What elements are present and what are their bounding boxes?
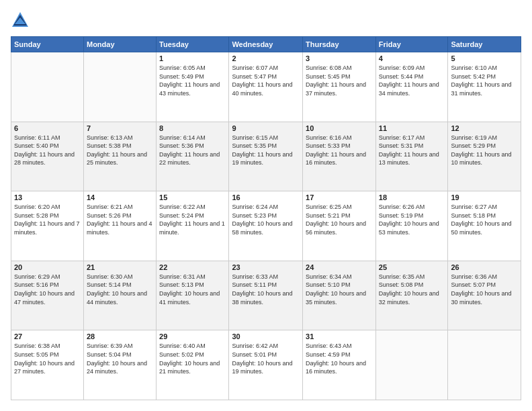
day-number: 7	[87, 124, 153, 132]
weekday-header-wednesday: Wednesday	[229, 37, 303, 52]
day-info: Sunrise: 6:11 AM Sunset: 5:40 PM Dayligh…	[14, 134, 81, 167]
day-number: 16	[232, 193, 300, 201]
day-info: Sunrise: 6:39 AM Sunset: 5:04 PM Dayligh…	[87, 342, 153, 375]
day-number: 13	[14, 193, 81, 201]
day-info: Sunrise: 6:42 AM Sunset: 5:01 PM Dayligh…	[232, 342, 300, 375]
day-info: Sunrise: 6:29 AM Sunset: 5:16 PM Dayligh…	[14, 273, 81, 306]
calendar-cell: 17Sunrise: 6:25 AM Sunset: 5:21 PM Dayli…	[303, 191, 376, 261]
day-number: 4	[379, 54, 445, 62]
day-info: Sunrise: 6:27 AM Sunset: 5:18 PM Dayligh…	[451, 203, 518, 236]
calendar-cell	[83, 52, 156, 122]
weekday-header-sunday: Sunday	[11, 37, 84, 52]
calendar-cell: 2Sunrise: 6:07 AM Sunset: 5:47 PM Daylig…	[229, 52, 303, 122]
day-info: Sunrise: 6:34 AM Sunset: 5:10 PM Dayligh…	[306, 273, 373, 306]
day-info: Sunrise: 6:20 AM Sunset: 5:28 PM Dayligh…	[14, 203, 81, 236]
day-number: 14	[87, 193, 153, 201]
day-info: Sunrise: 6:24 AM Sunset: 5:23 PM Dayligh…	[232, 203, 300, 236]
day-info: Sunrise: 6:21 AM Sunset: 5:26 PM Dayligh…	[87, 203, 153, 236]
calendar-cell: 28Sunrise: 6:39 AM Sunset: 5:04 PM Dayli…	[83, 330, 156, 400]
calendar-cell: 7Sunrise: 6:13 AM Sunset: 5:38 PM Daylig…	[83, 122, 156, 191]
day-number: 1	[159, 54, 226, 62]
week-row-3: 13Sunrise: 6:20 AM Sunset: 5:28 PM Dayli…	[11, 191, 521, 261]
day-number: 27	[14, 332, 81, 340]
calendar-cell: 19Sunrise: 6:27 AM Sunset: 5:18 PM Dayli…	[448, 191, 521, 261]
day-info: Sunrise: 6:40 AM Sunset: 5:02 PM Dayligh…	[159, 342, 226, 375]
calendar-cell: 18Sunrise: 6:26 AM Sunset: 5:19 PM Dayli…	[375, 191, 448, 261]
day-number: 6	[14, 124, 81, 132]
day-info: Sunrise: 6:38 AM Sunset: 5:05 PM Dayligh…	[14, 342, 81, 375]
week-row-2: 6Sunrise: 6:11 AM Sunset: 5:40 PM Daylig…	[11, 122, 521, 191]
calendar-cell: 29Sunrise: 6:40 AM Sunset: 5:02 PM Dayli…	[157, 330, 229, 400]
calendar-cell: 24Sunrise: 6:34 AM Sunset: 5:10 PM Dayli…	[303, 261, 376, 330]
day-number: 10	[306, 124, 373, 132]
day-info: Sunrise: 6:14 AM Sunset: 5:36 PM Dayligh…	[159, 134, 226, 167]
calendar-cell: 6Sunrise: 6:11 AM Sunset: 5:40 PM Daylig…	[11, 122, 84, 191]
day-info: Sunrise: 6:31 AM Sunset: 5:13 PM Dayligh…	[159, 273, 226, 306]
day-number: 22	[159, 263, 226, 271]
weekday-header-friday: Friday	[375, 37, 448, 52]
calendar-cell: 13Sunrise: 6:20 AM Sunset: 5:28 PM Dayli…	[11, 191, 84, 261]
header	[11, 11, 521, 30]
calendar-cell: 26Sunrise: 6:36 AM Sunset: 5:07 PM Dayli…	[448, 261, 521, 330]
calendar-cell: 8Sunrise: 6:14 AM Sunset: 5:36 PM Daylig…	[157, 122, 229, 191]
week-row-5: 27Sunrise: 6:38 AM Sunset: 5:05 PM Dayli…	[11, 330, 521, 400]
calendar-cell: 31Sunrise: 6:43 AM Sunset: 4:59 PM Dayli…	[303, 330, 376, 400]
calendar-cell	[448, 330, 521, 400]
day-number: 2	[232, 54, 300, 62]
day-number: 8	[159, 124, 226, 132]
day-info: Sunrise: 6:13 AM Sunset: 5:38 PM Dayligh…	[87, 134, 153, 167]
week-row-4: 20Sunrise: 6:29 AM Sunset: 5:16 PM Dayli…	[11, 261, 521, 330]
day-info: Sunrise: 6:33 AM Sunset: 5:11 PM Dayligh…	[232, 273, 300, 306]
calendar-cell: 30Sunrise: 6:42 AM Sunset: 5:01 PM Dayli…	[229, 330, 303, 400]
day-number: 19	[451, 193, 518, 201]
day-number: 21	[87, 263, 153, 271]
day-number: 20	[14, 263, 81, 271]
day-number: 25	[379, 263, 445, 271]
calendar-cell: 15Sunrise: 6:22 AM Sunset: 5:24 PM Dayli…	[157, 191, 229, 261]
day-number: 23	[232, 263, 300, 271]
day-info: Sunrise: 6:26 AM Sunset: 5:19 PM Dayligh…	[379, 203, 445, 236]
day-number: 17	[306, 193, 373, 201]
calendar-cell: 1Sunrise: 6:05 AM Sunset: 5:49 PM Daylig…	[157, 52, 229, 122]
calendar-table: SundayMondayTuesdayWednesdayThursdayFrid…	[11, 36, 521, 400]
calendar-cell: 5Sunrise: 6:10 AM Sunset: 5:42 PM Daylig…	[448, 52, 521, 122]
calendar-cell: 16Sunrise: 6:24 AM Sunset: 5:23 PM Dayli…	[229, 191, 303, 261]
calendar-cell: 12Sunrise: 6:19 AM Sunset: 5:29 PM Dayli…	[448, 122, 521, 191]
weekday-header-saturday: Saturday	[448, 37, 521, 52]
day-info: Sunrise: 6:25 AM Sunset: 5:21 PM Dayligh…	[306, 203, 373, 236]
calendar-cell: 9Sunrise: 6:15 AM Sunset: 5:35 PM Daylig…	[229, 122, 303, 191]
day-number: 31	[306, 332, 373, 340]
day-info: Sunrise: 6:17 AM Sunset: 5:31 PM Dayligh…	[379, 134, 445, 167]
day-info: Sunrise: 6:36 AM Sunset: 5:07 PM Dayligh…	[451, 273, 518, 306]
day-info: Sunrise: 6:07 AM Sunset: 5:47 PM Dayligh…	[232, 64, 300, 97]
day-number: 26	[451, 263, 518, 271]
day-number: 11	[379, 124, 445, 132]
day-info: Sunrise: 6:15 AM Sunset: 5:35 PM Dayligh…	[232, 134, 300, 167]
day-number: 15	[159, 193, 226, 201]
calendar-cell: 14Sunrise: 6:21 AM Sunset: 5:26 PM Dayli…	[83, 191, 156, 261]
calendar-cell: 4Sunrise: 6:09 AM Sunset: 5:44 PM Daylig…	[375, 52, 448, 122]
day-number: 18	[379, 193, 445, 201]
day-info: Sunrise: 6:05 AM Sunset: 5:49 PM Dayligh…	[159, 64, 226, 97]
day-number: 9	[232, 124, 300, 132]
day-number: 29	[159, 332, 226, 340]
day-number: 12	[451, 124, 518, 132]
calendar-cell: 20Sunrise: 6:29 AM Sunset: 5:16 PM Dayli…	[11, 261, 84, 330]
day-number: 30	[232, 332, 300, 340]
day-info: Sunrise: 6:43 AM Sunset: 4:59 PM Dayligh…	[306, 342, 373, 375]
day-info: Sunrise: 6:30 AM Sunset: 5:14 PM Dayligh…	[87, 273, 153, 306]
week-row-1: 1Sunrise: 6:05 AM Sunset: 5:49 PM Daylig…	[11, 52, 521, 122]
calendar-cell: 27Sunrise: 6:38 AM Sunset: 5:05 PM Dayli…	[11, 330, 84, 400]
weekday-header-tuesday: Tuesday	[157, 37, 229, 52]
weekday-header-thursday: Thursday	[303, 37, 376, 52]
day-info: Sunrise: 6:09 AM Sunset: 5:44 PM Dayligh…	[379, 64, 445, 97]
day-info: Sunrise: 6:22 AM Sunset: 5:24 PM Dayligh…	[159, 203, 226, 236]
calendar-cell: 3Sunrise: 6:08 AM Sunset: 5:45 PM Daylig…	[303, 52, 376, 122]
calendar-cell	[11, 52, 84, 122]
logo-icon	[11, 11, 30, 30]
day-number: 24	[306, 263, 373, 271]
day-info: Sunrise: 6:16 AM Sunset: 5:33 PM Dayligh…	[306, 134, 373, 167]
calendar-cell: 11Sunrise: 6:17 AM Sunset: 5:31 PM Dayli…	[375, 122, 448, 191]
day-number: 3	[306, 54, 373, 62]
calendar-cell	[375, 330, 448, 400]
